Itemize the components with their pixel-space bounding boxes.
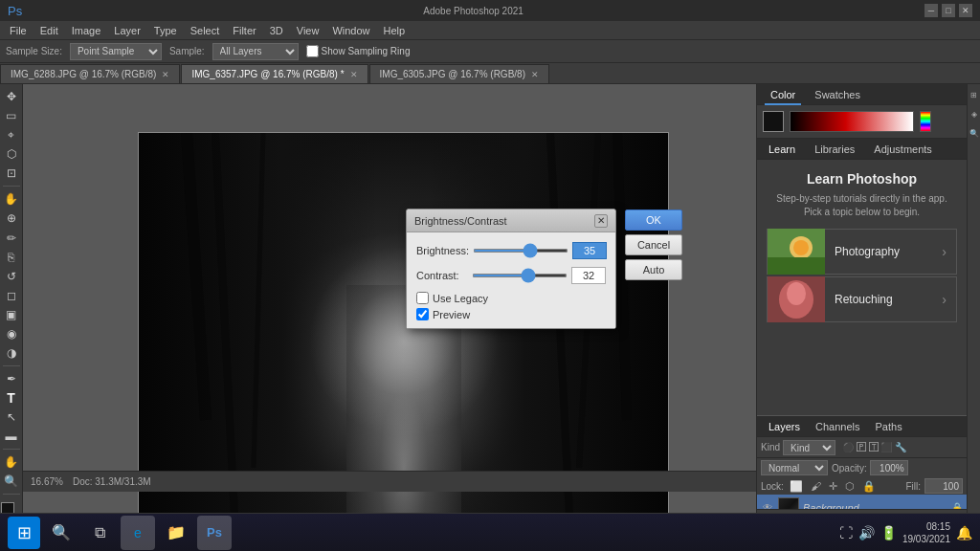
layer-row-background[interactable]: 👁 Background 🔒 bbox=[757, 495, 967, 509]
panel-icon-3[interactable]: 🔍 bbox=[968, 126, 981, 140]
menu-select[interactable]: Select bbox=[185, 21, 226, 40]
show-sampling-label: Show Sampling Ring bbox=[306, 45, 411, 57]
show-sampling-checkbox[interactable] bbox=[306, 45, 319, 57]
brightness-slider[interactable] bbox=[473, 249, 568, 253]
sample-label: Sample: bbox=[169, 46, 205, 56]
gradient-tool[interactable]: ▣ bbox=[1, 306, 22, 323]
panel-icon-1[interactable]: ⊞ bbox=[968, 88, 981, 101]
sample-size-select[interactable]: Point Sample 3 by 3 Average 5 by 5 Avera… bbox=[70, 43, 162, 60]
taskbar-search[interactable]: 🔍 bbox=[44, 516, 78, 550]
fill-input[interactable] bbox=[924, 478, 963, 494]
start-button[interactable]: ⊞ bbox=[8, 517, 40, 549]
blend-mode-select[interactable]: Normal Multiply Screen Overlay bbox=[761, 460, 828, 475]
tab-1[interactable]: IMG_6288.JPG @ 16.7% (RGB/8) ✕ bbox=[0, 64, 180, 83]
channels-tab[interactable]: Channels bbox=[812, 416, 863, 437]
lock-artboard-button[interactable]: ⬡ bbox=[843, 480, 857, 493]
opacity-input[interactable] bbox=[870, 460, 908, 475]
menu-image[interactable]: Image bbox=[66, 21, 107, 40]
brightness-input[interactable] bbox=[572, 242, 607, 259]
move-tool[interactable]: ✥ bbox=[1, 88, 22, 105]
color-tab[interactable]: Color bbox=[765, 84, 801, 105]
preview-checkbox[interactable] bbox=[416, 308, 429, 320]
taskbar-fileexplorer[interactable]: 📁 bbox=[159, 516, 193, 550]
kind-select[interactable]: Kind Name Effect bbox=[783, 440, 835, 455]
retouching-thumb-svg bbox=[768, 276, 825, 322]
menu-window[interactable]: Window bbox=[326, 21, 375, 40]
tab-3-close[interactable]: ✕ bbox=[531, 70, 539, 79]
paths-tab[interactable]: Paths bbox=[872, 416, 906, 437]
color-gradient-field[interactable] bbox=[790, 111, 914, 132]
contrast-input[interactable] bbox=[571, 267, 606, 284]
menu-3d[interactable]: 3D bbox=[264, 21, 289, 40]
adjustments-tab[interactable]: Adjustments bbox=[870, 139, 936, 160]
color-hue-strip[interactable] bbox=[920, 111, 931, 132]
ok-button[interactable]: OK bbox=[625, 209, 682, 231]
taskbar-time[interactable]: 08:15 19/03/2021 bbox=[902, 520, 950, 545]
clone-tool[interactable]: ⎘ bbox=[1, 249, 22, 266]
maximize-button[interactable]: □ bbox=[942, 4, 955, 17]
menu-file[interactable]: File bbox=[4, 21, 33, 40]
eraser-tool[interactable]: ◻ bbox=[1, 287, 22, 304]
zoom-tool[interactable]: 🔍 bbox=[1, 473, 22, 490]
color-swatch[interactable] bbox=[763, 111, 784, 132]
learn-tab[interactable]: Learn bbox=[765, 139, 799, 160]
taskbar-photoshop[interactable]: Ps bbox=[197, 516, 232, 550]
path-tool[interactable]: ↖ bbox=[1, 408, 22, 426]
menu-filter[interactable]: Filter bbox=[227, 21, 261, 40]
lasso-tool[interactable]: ⌖ bbox=[1, 126, 22, 143]
quick-select-tool[interactable]: ⬡ bbox=[1, 145, 22, 163]
taskbar-notifications-icon[interactable]: 🔔 bbox=[956, 525, 972, 540]
layer-visibility-button[interactable]: 👁 bbox=[761, 501, 774, 510]
tab-1-close[interactable]: ✕ bbox=[162, 70, 169, 79]
lock-transparent-button[interactable]: ⬜ bbox=[788, 480, 805, 493]
menu-layer[interactable]: Layer bbox=[108, 21, 146, 40]
learn-item-retouching[interactable]: Retouching › bbox=[767, 276, 957, 322]
dialog-title-bar: Brightness/Contrast ✕ OK Cancel Auto bbox=[407, 209, 615, 232]
taskbar-battery-icon: 🔋 bbox=[880, 525, 897, 540]
layers-tab[interactable]: Layers bbox=[765, 416, 804, 437]
taskbar-edge[interactable]: e bbox=[121, 516, 155, 550]
lock-position-button[interactable]: ✛ bbox=[827, 480, 839, 493]
lock-image-button[interactable]: 🖌 bbox=[809, 480, 823, 492]
menu-view[interactable]: View bbox=[291, 21, 325, 40]
swatches-tab[interactable]: Swatches bbox=[809, 84, 866, 105]
tab-2-close[interactable]: ✕ bbox=[350, 70, 358, 79]
canvas-area[interactable]: Brightness/Contrast ✕ OK Cancel Auto Bri… bbox=[23, 84, 756, 530]
contrast-slider[interactable] bbox=[472, 274, 568, 277]
retouching-arrow-icon: › bbox=[942, 292, 956, 307]
pen-tool[interactable]: ✒ bbox=[1, 370, 22, 387]
dialog-close-button[interactable]: ✕ bbox=[594, 214, 608, 228]
menu-edit[interactable]: Edit bbox=[34, 21, 64, 40]
taskbar-taskview[interactable]: ⧉ bbox=[82, 516, 117, 550]
blur-tool[interactable]: ◉ bbox=[1, 325, 22, 342]
contrast-slider-container bbox=[472, 268, 568, 283]
fill-label: Fill: bbox=[905, 481, 921, 492]
auto-button[interactable]: Auto bbox=[625, 259, 682, 280]
brush-tool[interactable]: ✏ bbox=[1, 229, 22, 246]
time-display: 08:15 bbox=[902, 520, 950, 533]
panel-icon-2[interactable]: ◈ bbox=[968, 107, 981, 121]
panel-icon-strip: ⊞ ◈ 🔍 bbox=[967, 84, 980, 530]
menu-help[interactable]: Help bbox=[378, 21, 412, 40]
shape-tool[interactable]: ▬ bbox=[1, 428, 22, 445]
libraries-tab[interactable]: Libraries bbox=[811, 139, 858, 160]
minimize-button[interactable]: ─ bbox=[924, 4, 938, 17]
cancel-button[interactable]: Cancel bbox=[625, 234, 682, 255]
tab-3[interactable]: IMG_6305.JPG @ 16.7% (RGB/8) ✕ bbox=[369, 64, 549, 83]
sample-select[interactable]: All Layers Current Layer bbox=[212, 43, 299, 60]
selection-tool[interactable]: ▭ bbox=[1, 107, 22, 124]
hand-tool[interactable]: ✋ bbox=[1, 453, 22, 471]
eyedropper-tool[interactable]: ✋ bbox=[1, 190, 22, 208]
dodge-tool[interactable]: ◑ bbox=[1, 344, 22, 362]
heal-tool[interactable]: ⊕ bbox=[1, 209, 22, 227]
tab-2[interactable]: IMG_6357.JPG @ 16.7% (RGB/8) * ✕ bbox=[181, 64, 368, 83]
history-tool[interactable]: ↺ bbox=[1, 268, 22, 285]
lock-all-button[interactable]: 🔒 bbox=[860, 480, 878, 493]
tab-3-label: IMG_6305.JPG @ 16.7% (RGB/8) bbox=[380, 69, 525, 79]
crop-tool[interactable]: ⊡ bbox=[1, 165, 22, 182]
close-button[interactable]: ✕ bbox=[959, 4, 972, 17]
menu-type[interactable]: Type bbox=[148, 21, 183, 40]
learn-item-photography[interactable]: Photography › bbox=[767, 229, 957, 275]
use-legacy-checkbox[interactable] bbox=[416, 292, 429, 304]
type-tool[interactable]: T bbox=[1, 389, 22, 407]
